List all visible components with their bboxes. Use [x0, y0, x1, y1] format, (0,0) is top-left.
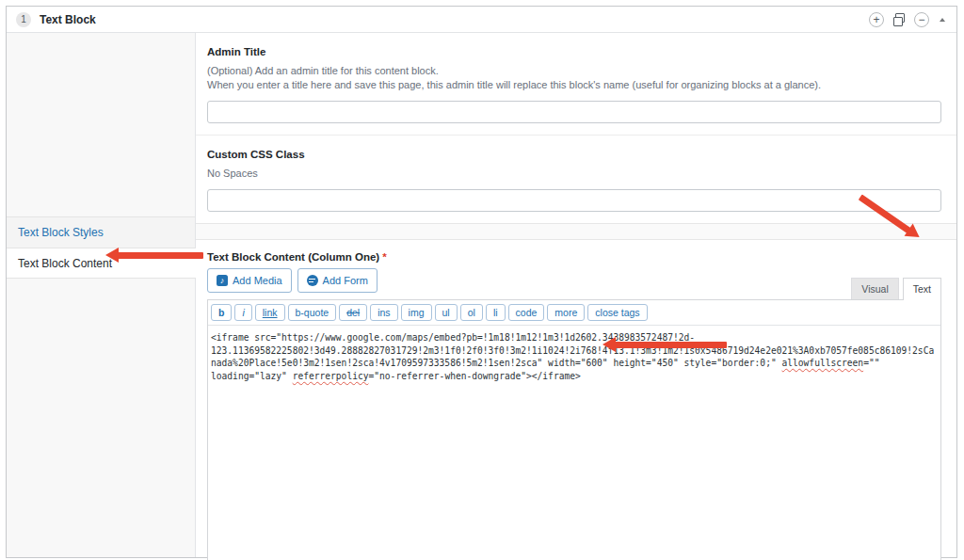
sidebar-tab[interactable]: Text Block Content: [7, 248, 196, 279]
custom-css-input[interactable]: [207, 189, 941, 212]
block-header[interactable]: 1 Text Block + −: [7, 7, 956, 33]
sidebar-filler: [7, 279, 195, 310]
block-title: Text Block: [40, 13, 96, 26]
quicktag-button[interactable]: ul: [435, 304, 458, 321]
field-tabs-sidebar: Text Block StylesText Block Content: [7, 33, 196, 557]
quicktag-button[interactable]: ol: [460, 304, 483, 321]
quicktags-toolbar: bilinkb-quotedelinsimgulollicodemoreclos…: [208, 300, 940, 325]
code-segment: allowfullscreen: [781, 358, 863, 368]
add-form-label: Add Form: [323, 275, 368, 286]
content-field-label: Text Block Content (Column One)*: [207, 251, 941, 263]
editor-mode-tab[interactable]: Visual: [851, 278, 898, 299]
admin-title-description-line1: (Optional) Add an admin title for this c…: [207, 64, 941, 78]
editor-textarea[interactable]: <iframe src="https://www.google.com/maps…: [208, 325, 940, 560]
block-order-badge: 1: [16, 12, 31, 27]
quicktag-button[interactable]: link: [255, 304, 285, 321]
required-asterisk: *: [382, 251, 386, 263]
quicktag-button[interactable]: del: [339, 304, 367, 321]
editor-toolbar-row: ♪ Add Media Add Form VisualText: [207, 268, 941, 299]
fields-panel: Admin Title (Optional) Add an admin titl…: [196, 33, 956, 557]
quicktag-button[interactable]: i: [234, 304, 251, 321]
media-buttons: ♪ Add Media Add Form: [207, 268, 378, 299]
custom-css-label: Custom CSS Class: [207, 149, 941, 160]
custom-css-field: Custom CSS Class No Spaces: [196, 135, 956, 223]
block-body: Text Block StylesText Block Content Admi…: [7, 33, 956, 557]
quicktag-button[interactable]: b: [211, 304, 232, 321]
collapse-caret-icon[interactable]: [940, 18, 945, 22]
add-media-label: Add Media: [233, 275, 282, 286]
add-form-button[interactable]: Add Form: [297, 268, 378, 293]
sidebar-tab[interactable]: Text Block Styles: [7, 216, 195, 248]
sidebar-tab-label: Text Block Content: [18, 257, 112, 270]
media-icon: ♪: [217, 275, 228, 286]
quicktag-button[interactable]: code: [508, 304, 545, 321]
quicktag-button[interactable]: li: [486, 304, 506, 321]
quicktag-button[interactable]: b-quote: [288, 304, 337, 321]
content-field-label-text: Text Block Content (Column One): [207, 251, 379, 263]
text-block-layout: 1 Text Block + − Text Block StylesText B…: [6, 6, 957, 558]
quicktag-button[interactable]: ins: [370, 304, 397, 321]
admin-title-label: Admin Title: [207, 46, 941, 57]
admin-title-field: Admin Title (Optional) Add an admin titl…: [196, 33, 956, 135]
sidebar-spacer: [7, 33, 195, 216]
duplicate-layout-icon[interactable]: [892, 13, 906, 26]
code-segment: referrerpolicy: [293, 371, 369, 381]
content-field: Text Block Content (Column One)* ♪ Add M…: [196, 240, 956, 557]
admin-title-description: (Optional) Add an admin title for this c…: [207, 64, 941, 92]
custom-css-description: No Spaces: [207, 167, 941, 181]
add-layout-icon[interactable]: +: [869, 12, 884, 27]
add-media-button[interactable]: ♪ Add Media: [207, 268, 292, 293]
quicktag-button[interactable]: more: [547, 304, 585, 321]
text-editor: bilinkb-quotedelinsimgulollicodemoreclos…: [207, 299, 941, 560]
page: 1 Text Block + − Text Block StylesText B…: [0, 0, 964, 560]
quicktag-button[interactable]: close tags: [587, 304, 647, 321]
remove-layout-icon[interactable]: −: [914, 12, 929, 27]
form-icon: [307, 275, 318, 286]
admin-title-input[interactable]: [207, 101, 941, 123]
sidebar-tab-list: Text Block StylesText Block Content: [7, 216, 195, 279]
editor-mode-tab[interactable]: Text: [903, 278, 941, 300]
quicktag-button[interactable]: img: [401, 304, 432, 321]
sidebar-tab-label: Text Block Styles: [18, 226, 104, 239]
section-divider-band: [196, 223, 956, 240]
editor-mode-tabs: VisualText: [847, 278, 941, 299]
code-segment: ="no-referrer-when-downgrade"></iframe>: [369, 371, 581, 381]
block-controls: + −: [869, 12, 945, 27]
admin-title-description-line2: When you enter a title here and save thi…: [207, 78, 941, 92]
